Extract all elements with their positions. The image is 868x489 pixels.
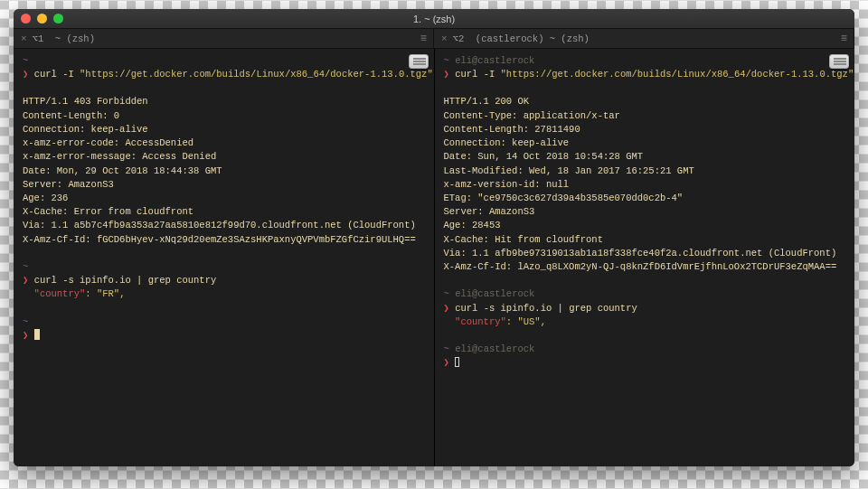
- terminal-window: 1. ~ (zsh) × ⌥1 ~ (zsh) ≡ × ⌥2 (castlero…: [14, 9, 854, 466]
- tab-menu-icon[interactable]: ≡: [420, 33, 426, 45]
- http-response: HTTP/1.1 200 OKContent-Type: application…: [444, 95, 846, 274]
- split-panes: ~ ❯ curl -I "https://get.docker.com/buil…: [14, 49, 854, 466]
- ssh-context: eli@castlerock: [455, 288, 534, 299]
- tab-bar: × ⌥1 ~ (zsh) ≡ × ⌥2 (castlerock) ~ (zsh)…: [14, 29, 854, 49]
- command-line: curl -I "https://get.docker.com/builds/L…: [34, 69, 433, 80]
- tab-label: ~ (zsh): [55, 33, 95, 44]
- tab-close-icon[interactable]: ×: [21, 33, 27, 44]
- json-value: : "FR",: [85, 288, 125, 299]
- scroll-indicator-icon[interactable]: [409, 54, 429, 69]
- cursor-icon: [455, 357, 459, 367]
- tab-2[interactable]: × ⌥2 (castlerock) ~ (zsh) ≡: [434, 29, 854, 48]
- tab-shortcut: ⌥2: [453, 33, 465, 44]
- cursor-icon: [34, 329, 40, 340]
- ssh-context: eli@castlerock: [455, 343, 534, 354]
- command-line: curl -I "https://get.docker.com/builds/L…: [455, 69, 854, 80]
- tab-label: (castlerock) ~ (zsh): [476, 33, 590, 44]
- titlebar[interactable]: 1. ~ (zsh): [14, 9, 854, 29]
- ssh-context: eli@castlerock: [455, 55, 534, 66]
- json-key: "country": [455, 316, 506, 327]
- tab-shortcut: ⌥1: [33, 33, 44, 44]
- json-key: "country": [34, 288, 86, 299]
- scroll-indicator-icon[interactable]: [829, 54, 849, 69]
- url-string: "https://get.docker.com/builds/Linux/x86…: [80, 69, 433, 80]
- json-value: : "US",: [506, 316, 546, 327]
- url-string: "https://get.docker.com/builds/Linux/x86…: [501, 69, 854, 80]
- http-response: HTTP/1.1 403 ForbiddenContent-Length: 0C…: [23, 95, 425, 246]
- pane-right[interactable]: ~ eli@castlerock ❯ curl -I "https://get.…: [435, 49, 855, 466]
- command-line: curl -s ipinfo.io | grep country: [455, 303, 637, 314]
- tab-close-icon[interactable]: ×: [441, 33, 448, 44]
- window-title: 1. ~ (zsh): [14, 14, 854, 24]
- pane-left[interactable]: ~ ❯ curl -I "https://get.docker.com/buil…: [14, 49, 435, 466]
- tab-1[interactable]: × ⌥1 ~ (zsh) ≡: [14, 29, 434, 48]
- tab-menu-icon[interactable]: ≡: [841, 33, 846, 45]
- command-line: curl -s ipinfo.io | grep country: [34, 275, 217, 286]
